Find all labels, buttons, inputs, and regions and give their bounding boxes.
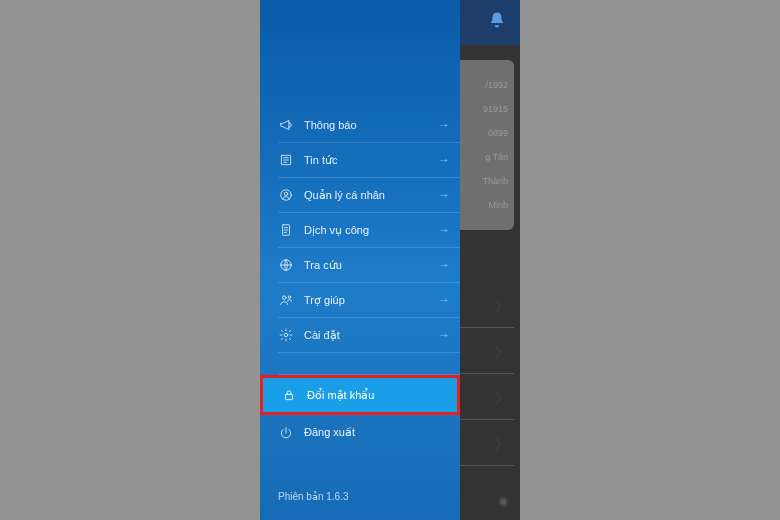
help-icon: [278, 292, 294, 308]
footer-icon: ◉: [498, 494, 508, 508]
side-drawer: Thông báo → Tin tức → Quản lý cá nhân →: [260, 0, 460, 520]
document-icon: [278, 222, 294, 238]
profile-address-fragment-1: g Tân: [460, 148, 508, 166]
phone-frame: /1992 91915 0899 g Tân Thành Minh ❯ ❯ ❯ …: [260, 0, 520, 520]
svg-point-5: [283, 296, 287, 300]
phone-screen: /1992 91915 0899 g Tân Thành Minh ❯ ❯ ❯ …: [260, 0, 520, 520]
lock-icon: [281, 387, 297, 403]
menu-label: Tra cứu: [304, 259, 428, 272]
profile-card-fragment: /1992 91915 0899 g Tân Thành Minh: [454, 60, 514, 230]
list-item[interactable]: ❯: [454, 328, 514, 374]
menu-label: Cài đặt: [304, 329, 428, 342]
list-item[interactable]: ❯: [454, 374, 514, 420]
menu-item-news[interactable]: Tin tức →: [278, 143, 460, 178]
arrow-right-icon: →: [438, 188, 450, 202]
menu-label: Trợ giúp: [304, 294, 428, 307]
arrow-right-icon: →: [438, 223, 450, 237]
megaphone-icon: [278, 117, 294, 133]
profile-phone-fragment: 0899: [460, 124, 508, 142]
svg-rect-8: [286, 394, 293, 399]
arrow-right-icon: →: [438, 118, 450, 132]
chevron-right-icon: ❯: [492, 435, 504, 451]
menu-item-help[interactable]: Trợ giúp →: [278, 283, 460, 318]
user-badge-icon: [278, 187, 294, 203]
arrow-right-icon: →: [438, 328, 450, 342]
version-label: Phiên bản 1.6.3: [278, 491, 349, 502]
menu-label: Tin tức: [304, 154, 428, 167]
menu-item-personal[interactable]: Quản lý cá nhân →: [278, 178, 460, 213]
svg-point-2: [284, 192, 288, 196]
menu-label: Quản lý cá nhân: [304, 189, 428, 202]
arrow-right-icon: →: [438, 153, 450, 167]
list-item[interactable]: ❯: [454, 282, 514, 328]
drawer-menu: Thông báo → Tin tức → Quản lý cá nhân →: [260, 108, 460, 477]
newspaper-icon: [278, 152, 294, 168]
menu-item-change-password[interactable]: Đổi mật khẩu: [260, 375, 460, 415]
menu-separator: [278, 353, 460, 375]
menu-item-notifications[interactable]: Thông báo →: [278, 108, 460, 143]
arrow-right-icon: →: [438, 258, 450, 272]
drawer-footer: Phiên bản 1.6.3: [260, 477, 460, 520]
chevron-right-icon: ❯: [492, 297, 504, 313]
profile-address-fragment-2: Thành: [460, 172, 508, 190]
menu-item-public-service[interactable]: Dịch vụ công →: [278, 213, 460, 248]
power-icon: [278, 425, 294, 441]
svg-point-7: [284, 333, 288, 337]
globe-icon: [278, 257, 294, 273]
background-list: ❯ ❯ ❯ ❯: [454, 282, 514, 466]
bell-icon[interactable]: [488, 11, 506, 34]
drawer-header: [260, 0, 460, 108]
menu-label: Dịch vụ công: [304, 224, 428, 237]
chevron-right-icon: ❯: [492, 389, 504, 405]
profile-dob-fragment: /1992: [460, 76, 508, 94]
menu-label: Đăng xuất: [304, 426, 450, 439]
chevron-right-icon: ❯: [492, 343, 504, 359]
arrow-right-icon: →: [438, 293, 450, 307]
menu-label: Thông báo: [304, 119, 428, 131]
profile-address-fragment-3: Minh: [460, 196, 508, 214]
menu-item-logout[interactable]: Đăng xuất: [278, 415, 460, 450]
menu-item-settings[interactable]: Cài đặt →: [278, 318, 460, 353]
svg-point-6: [288, 296, 290, 298]
menu-item-lookup[interactable]: Tra cứu →: [278, 248, 460, 283]
gear-icon: [278, 327, 294, 343]
list-item[interactable]: ❯: [454, 420, 514, 466]
menu-label: Đổi mật khẩu: [307, 389, 447, 402]
profile-id-fragment: 91915: [460, 100, 508, 118]
